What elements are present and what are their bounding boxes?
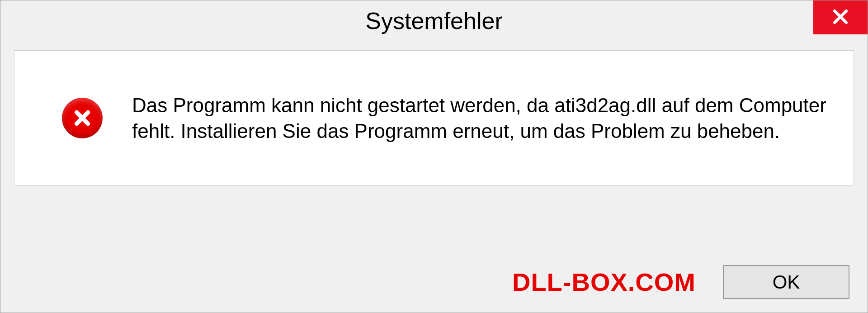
dialog-title: Systemfehler xyxy=(365,7,502,34)
watermark-text: DLL-BOX.COM xyxy=(512,267,696,297)
error-message: Das Programm kann nicht gestartet werden… xyxy=(132,92,826,144)
close-icon xyxy=(830,7,850,28)
close-button[interactable] xyxy=(813,0,868,34)
error-icon xyxy=(60,95,105,141)
titlebar: Systemfehler xyxy=(0,0,868,41)
dialog-footer: DLL-BOX.COM OK xyxy=(0,265,868,299)
dialog-content: Das Programm kann nicht gestartet werden… xyxy=(14,50,854,186)
ok-button[interactable]: OK xyxy=(723,265,849,299)
